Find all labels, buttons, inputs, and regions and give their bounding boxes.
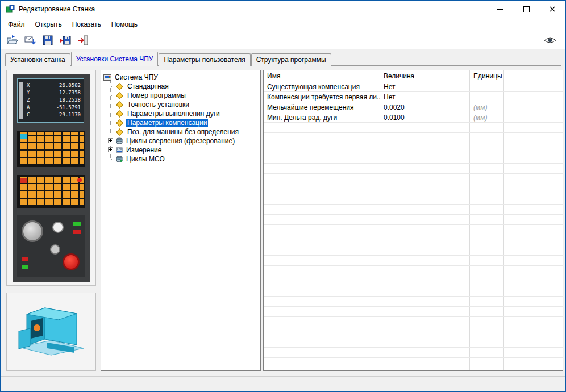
window-title: Редактирование Станка — [19, 5, 95, 13]
mco-cycles-icon — [116, 156, 123, 162]
tree-item-label[interactable]: Поз. для машины без определения — [126, 128, 240, 136]
menubar: Файл Открыть Показать Помощь — [1, 18, 565, 31]
save-button[interactable] — [40, 33, 55, 47]
cnc-settings-tree: Система ЧПУ Стандартная Номер программы … — [101, 70, 261, 371]
axis-readout: X26.8582 Y-12.7358 Z18.2528 A-51.5791 C2… — [27, 82, 81, 119]
emergency-stop-button — [63, 253, 80, 270]
cnc-system-icon — [103, 74, 111, 81]
tree-item-compensation-parameters[interactable]: Параметры компенсации — [108, 118, 259, 127]
tree-item-measurement[interactable]: Измерение — [108, 145, 259, 155]
menu-file[interactable]: Файл — [3, 18, 30, 31]
app-icon — [6, 5, 15, 14]
save-as-button[interactable] — [57, 33, 73, 47]
red-lamp — [22, 257, 28, 261]
tab-user-parameters[interactable]: Параметры пользователя — [159, 53, 250, 66]
cyan-key — [20, 134, 27, 139]
axis-label: Z — [27, 97, 30, 104]
tree-item-program-number[interactable]: Номер программы — [108, 91, 259, 100]
tree-children: Стандартная Номер программы Точность уст… — [108, 82, 259, 164]
tree-item-label[interactable]: Циклы MCO — [125, 155, 166, 163]
close-icon — [550, 6, 555, 12]
diamond-icon — [116, 110, 123, 118]
cell-unit — [470, 82, 504, 92]
drilling-cycles-icon — [116, 137, 123, 144]
control-panel-graphic: X26.8582 Y-12.7358 Z18.2528 A-51.5791 C2… — [13, 74, 90, 282]
cell-name: Мин. Дельта рад. дуги — [264, 112, 380, 123]
tree-item-label[interactable]: Циклы сверления (фрезерование) — [125, 137, 236, 145]
titlebar: Редактирование Станка — [1, 1, 565, 18]
red-key — [20, 178, 27, 183]
app-window: Редактирование Станка Файл Открыть Показ… — [0, 0, 566, 392]
eye-icon — [544, 36, 556, 45]
small-knob — [50, 244, 60, 255]
tab-machine-settings[interactable]: Установки станка — [5, 53, 70, 66]
tab-cnc-system-settings[interactable]: Установки Система ЧПУ — [71, 52, 159, 66]
menu-help[interactable]: Помощь — [106, 18, 143, 31]
table-row[interactable]: Компенсации требуется первая ли... Нет — [264, 92, 563, 102]
diamond-icon — [116, 128, 123, 136]
expand-plus-icon[interactable] — [108, 147, 113, 152]
table-row[interactable]: Существующая компенсация Нет — [264, 82, 563, 92]
red-indicator — [73, 230, 81, 234]
statusbar — [1, 376, 565, 391]
expand-plus-icon[interactable] — [108, 138, 113, 143]
tree-item-setup-precision[interactable]: Точность установки — [108, 100, 259, 109]
axis-value: 18.2528 — [59, 97, 81, 104]
mail-import-icon — [24, 35, 36, 46]
import-button[interactable] — [22, 33, 38, 47]
toolbar — [1, 31, 565, 49]
minimize-icon — [497, 9, 503, 10]
tree-item-label[interactable]: Параметры компенсации — [126, 119, 208, 127]
open-button[interactable] — [5, 33, 20, 47]
gauge-dial — [52, 222, 64, 233]
table-row[interactable]: Мин. Дельта рад. дуги 0.0100 (мм) — [264, 112, 563, 123]
tree-item-drilling-cycles[interactable]: Циклы сверления (фрезерование) — [108, 136, 259, 145]
tree-item-machine-position[interactable]: Поз. для машины без определения — [108, 127, 259, 136]
axis-value: -51.5791 — [56, 104, 81, 111]
close-button[interactable] — [539, 1, 565, 18]
menu-show[interactable]: Показать — [67, 18, 106, 31]
tree-root-label[interactable]: Система ЧПУ — [114, 73, 159, 81]
tab-program-structure[interactable]: Структура программы — [251, 53, 331, 66]
tree-item-arc-parameters[interactable]: Параметры выполнения дуги — [108, 109, 259, 118]
tree-item-label[interactable]: Измерение — [125, 146, 163, 154]
keypad-keys — [19, 132, 84, 165]
menu-open[interactable]: Открыть — [30, 18, 67, 31]
cell-value: 0.0020 — [380, 102, 470, 112]
tree-item-label[interactable]: Номер программы — [126, 91, 187, 99]
green-lamp — [22, 265, 28, 269]
parameters-table: Имя Величина Единицы Существующая компен… — [263, 70, 563, 371]
cell-value: Нет — [380, 92, 470, 102]
axis-label: A — [27, 104, 30, 111]
diamond-icon — [116, 119, 123, 127]
tabstrip: Установки станка Установки Система ЧПУ П… — [5, 52, 332, 66]
table-header: Имя Величина Единицы — [264, 70, 563, 82]
window-controls — [487, 1, 565, 18]
tree-item-mco-cycles[interactable]: Циклы MCO — [108, 155, 259, 164]
exit-button[interactable] — [75, 33, 90, 47]
red-led — [77, 178, 82, 182]
keypad-upper — [17, 131, 85, 167]
tree-item-label[interactable]: Стандартная — [126, 82, 170, 90]
table-row[interactable]: Мельчайшие перемещения 0.0020 (мм) — [264, 102, 563, 112]
cell-name: Компенсации требуется первая ли... — [264, 92, 380, 102]
column-header-value[interactable]: Величина — [380, 70, 470, 82]
table-gridlines — [264, 82, 563, 370]
tree-item-label[interactable]: Точность установки — [126, 101, 190, 109]
diamond-icon — [116, 101, 123, 109]
maximize-button[interactable] — [513, 1, 539, 18]
tree-item-label[interactable]: Параметры выполнения дуги — [126, 110, 221, 118]
save-floppy-icon — [42, 35, 53, 46]
tree-root-cnc-system[interactable]: Система ЧПУ — [102, 73, 259, 82]
machine-illustration — [15, 298, 87, 365]
diamond-icon — [116, 83, 123, 90]
cell-name: Существующая компенсация — [264, 82, 380, 92]
cell-value: Нет — [380, 82, 470, 92]
column-header-name[interactable]: Имя — [264, 70, 380, 82]
column-header-units[interactable]: Единицы — [470, 70, 504, 82]
control-panel-preview: X26.8582 Y-12.7358 Z18.2528 A-51.5791 C2… — [6, 70, 96, 286]
tree-item-standard[interactable]: Стандартная — [108, 82, 259, 91]
feed-knob — [22, 220, 43, 242]
view-button[interactable] — [542, 33, 557, 47]
minimize-button[interactable] — [487, 1, 513, 18]
